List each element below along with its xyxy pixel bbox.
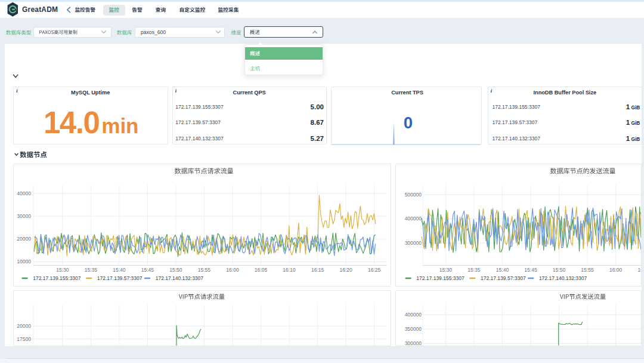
svg-text:15:40: 15:40: [113, 267, 126, 273]
svg-text:300000: 300000: [404, 240, 422, 246]
svg-text:16:00: 16:00: [609, 267, 622, 273]
svg-text:15:35: 15:35: [85, 267, 98, 273]
svg-text:15:30: 15:30: [439, 267, 452, 273]
svg-text:172.17.139.57:3307: 172.17.139.57:3307: [97, 275, 143, 281]
svg-text:500000: 500000: [404, 192, 422, 198]
svg-text:15:45: 15:45: [524, 267, 537, 273]
svg-text:350000: 350000: [404, 326, 422, 332]
svg-text:172.17.140.132:3307: 172.17.140.132:3307: [156, 275, 204, 281]
svg-text:172.17.139.155:3307: 172.17.139.155:3307: [33, 275, 81, 281]
svg-text:15:55: 15:55: [198, 267, 211, 273]
svg-text:16:05: 16:05: [255, 267, 268, 273]
svg-text:15:55: 15:55: [581, 267, 594, 273]
svg-text:17500: 17500: [17, 336, 31, 342]
svg-text:172.17.140.132:3307: 172.17.140.132:3307: [538, 275, 587, 281]
svg-text:16:05: 16:05: [637, 267, 642, 273]
svg-text:40000: 40000: [17, 190, 31, 196]
svg-text:400000: 400000: [404, 312, 422, 318]
svg-text:10000: 10000: [17, 259, 31, 264]
svg-text:16:10: 16:10: [283, 267, 296, 273]
svg-text:20000: 20000: [17, 236, 31, 242]
svg-text:15:50: 15:50: [169, 267, 182, 273]
svg-text:15:40: 15:40: [496, 267, 509, 273]
svg-text:16:15: 16:15: [311, 267, 324, 273]
svg-text:15:30: 15:30: [56, 267, 69, 273]
svg-text:16:25: 16:25: [368, 267, 381, 273]
svg-text:30000: 30000: [17, 213, 31, 219]
svg-text:172.17.139.155:3307: 172.17.139.155:3307: [416, 275, 465, 281]
svg-text:15:45: 15:45: [141, 267, 154, 273]
svg-text:15:35: 15:35: [467, 267, 481, 273]
svg-text:300000: 300000: [404, 340, 422, 346]
svg-text:15:50: 15:50: [552, 267, 565, 273]
svg-text:172.17.139.57:3307: 172.17.139.57:3307: [481, 275, 526, 281]
svg-text:16:00: 16:00: [226, 267, 239, 273]
svg-text:20000: 20000: [17, 323, 31, 329]
svg-text:400000: 400000: [404, 216, 422, 222]
svg-text:16:20: 16:20: [339, 267, 352, 273]
